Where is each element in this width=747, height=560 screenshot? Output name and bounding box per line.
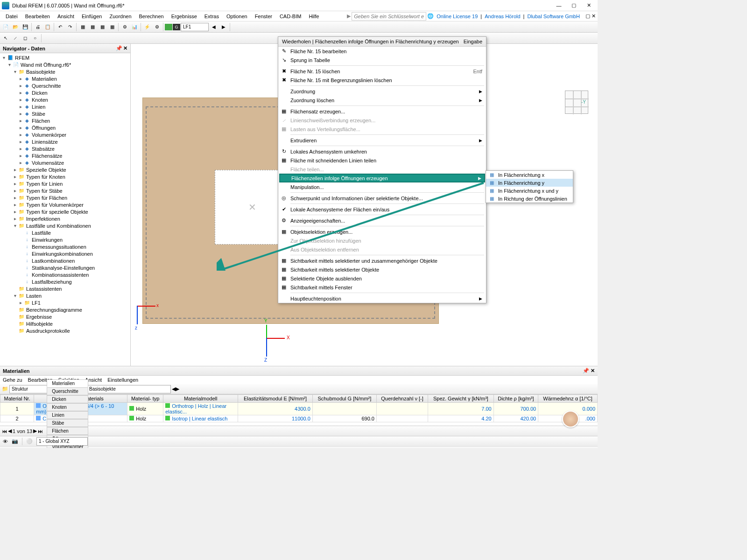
tb-next[interactable]: ▶	[219, 22, 228, 32]
minimize-button[interactable]: —	[552, 1, 566, 10]
tree-item[interactable]: ▸◆Flächensätze	[0, 152, 130, 159]
th-g[interactable]: Schubmodul G [N/mm²]	[312, 395, 376, 403]
tree-item[interactable]: ▸◆Öffnungen	[0, 124, 130, 131]
menu-ansicht[interactable]: Ansicht	[54, 13, 78, 20]
tree-item[interactable]: ▸◆Knoten	[0, 96, 130, 103]
table-row[interactable]: 2 C24 Holz Isotrop | Linear elastisch 11…	[0, 415, 598, 422]
mm-einst[interactable]: Einstellungen	[107, 377, 138, 383]
tree-item[interactable]: ▸◆Flächen	[0, 117, 130, 124]
submenu-item[interactable]: ▦In Flächenrichtung y	[486, 179, 573, 187]
tb-v1[interactable]: ▦	[78, 22, 87, 32]
submenu-item[interactable]: ▦In Richtung der Öffnungslinien	[486, 195, 573, 203]
context-menu[interactable]: Wiederholen | Flächenzellen infolge Öffn…	[278, 36, 486, 303]
menu-extras[interactable]: Extras	[201, 13, 223, 20]
mm-geheau[interactable]: Gehe zu	[3, 377, 22, 383]
coord-select[interactable]: 1 - Global XYZ	[36, 437, 88, 446]
license-label[interactable]: Online License 19	[437, 14, 478, 19]
ctx-item[interactable]: ✎Fläche Nr. 15 bearbeiten	[278, 47, 486, 56]
menu-hilfe[interactable]: Hilfe	[305, 13, 323, 20]
table-tab[interactable]: Linien	[47, 411, 88, 419]
th-nr[interactable]: Material Nr.	[0, 395, 34, 403]
eye-icon[interactable]: 👁	[3, 439, 8, 444]
cam-icon[interactable]: 📷	[12, 438, 18, 444]
tb2-1[interactable]: ↖	[1, 34, 10, 43]
table-row[interactable]: 1 OSB (EN 300), OSB/4 (> 6 - 10 mm) Holz…	[0, 403, 598, 415]
tree-basis[interactable]: Basisobjekte	[26, 69, 55, 75]
tree-item[interactable]: 📁Ergebnisse	[0, 313, 130, 320]
ctx-item[interactable]: ▦Sichtbarkeit mittels selektierter und z…	[278, 256, 486, 265]
ctx-item[interactable]: ↻Lokales Achsensystem umkehren	[278, 147, 486, 156]
ctx-item[interactable]: ▦Sichtbarkeit mittels Fenster	[278, 283, 486, 292]
assistant-avatar[interactable]	[562, 411, 579, 427]
tree-item[interactable]: ▸📁Typen für Volumenkörper	[0, 201, 130, 208]
table-tab[interactable]: Flächen	[47, 427, 88, 435]
tree-item[interactable]: ▸📁Typen für Linien	[0, 180, 130, 187]
tree-item[interactable]: ▸◆Volumenkörper	[0, 131, 130, 138]
tb-new[interactable]: 📄	[1, 22, 10, 32]
tree-item[interactable]: ↓Lastfälle	[0, 229, 130, 236]
tb-save[interactable]: 💾	[21, 22, 30, 32]
ctx-item[interactable]: ▦Fläche mit schneidenden Linien teilen	[278, 156, 486, 165]
th-e[interactable]: Elastizitätsmodul E [N/mm²]	[238, 395, 313, 403]
tree-item[interactable]: ▸◆Stabsätze	[0, 145, 130, 152]
tree-lf1[interactable]: LF1	[32, 300, 41, 306]
ctx-item[interactable]: ↘Sprung in Tabelle	[278, 56, 486, 64]
ctx-item[interactable]: Zuordnung▶	[278, 87, 486, 96]
table-tab[interactable]: Dicken	[47, 395, 88, 403]
ctx-item[interactable]: ⚙Anzeigeeigenschaften...	[278, 216, 486, 225]
tree-item[interactable]: ▸◆Liniensätze	[0, 138, 130, 145]
tb-prev[interactable]: ◀	[209, 22, 218, 32]
ctx-item[interactable]: ✖Fläche Nr. 15 löschenEntf	[278, 67, 486, 76]
tree-item[interactable]: ▸◆Querschnitte	[0, 82, 130, 89]
tb-redo[interactable]: ↷	[65, 22, 75, 32]
table-tab[interactable]: Stäbe	[47, 419, 88, 427]
ctx-item[interactable]: Extrudieren▶	[278, 136, 486, 145]
tb2-2[interactable]: ⟋	[11, 34, 20, 43]
ctx-item[interactable]: ◎Schwerpunkt und Informationen über sele…	[278, 194, 486, 203]
tb2-4[interactable]: ○	[30, 34, 40, 43]
tb-g[interactable]: ⚡	[142, 22, 152, 32]
th-rho[interactable]: Dichte ρ [kg/m³]	[493, 395, 538, 403]
tree-item[interactable]: ▸◆Stäbe	[0, 110, 130, 117]
tb-v4[interactable]: ▦	[107, 22, 117, 32]
ctx-item[interactable]: Flächenzellen infolge Öffnungen erzeugen…	[279, 174, 485, 182]
submenu-item[interactable]: ▦In Flächenrichtung x und y	[486, 187, 573, 195]
th-typ[interactable]: Material- typ	[127, 395, 163, 403]
maximize-button[interactable]: ▢	[567, 1, 581, 10]
tree-item[interactable]: ↓Statikanalyse-Einstellungen	[0, 264, 130, 271]
menu-ergebnisse[interactable]: Ergebnisse	[168, 13, 201, 20]
loadcase-select[interactable]: LF1	[181, 23, 209, 31]
menu-bearbeiten[interactable]: Bearbeiten	[21, 13, 54, 20]
ctx-item[interactable]: ▦Flächensatz erzeugen...	[278, 107, 486, 116]
tree-item[interactable]: ↓Bemessungssituationen	[0, 243, 130, 250]
tree-item[interactable]: ▸◆Volumensätze	[0, 159, 130, 166]
tree-item[interactable]: ▸📁Spezielle Objekte	[0, 166, 130, 173]
menu-datei[interactable]: Datei	[2, 13, 21, 20]
panel-close-icon[interactable]: ✕	[591, 368, 595, 373]
tree-item[interactable]: ↓Einwirkungen	[0, 236, 130, 243]
ctx-item[interactable]: ▦Selektierte Objekte ausblenden	[278, 274, 486, 283]
tb-calc[interactable]: ⚙	[120, 22, 129, 32]
tree-item[interactable]: ↓Lastfallbeziehung	[0, 278, 130, 285]
tree-item[interactable]: ▸📁Imperfektionen	[0, 215, 130, 222]
tb-open[interactable]: 📂	[11, 22, 20, 32]
tree-model[interactable]: Wand mit Öffnung.rf6*	[21, 62, 71, 68]
ctx-item[interactable]: ✔Lokale Achsensysteme der Flächen ein/au…	[278, 205, 486, 214]
panel-pin-icon[interactable]: 📌	[583, 368, 589, 373]
th-modell[interactable]: Materialmodell	[163, 395, 238, 403]
submenu-item[interactable]: ▦In Flächenrichtung x	[486, 171, 573, 179]
keyword-search[interactable]	[352, 12, 426, 21]
th-gamma[interactable]: Spez. Gewicht γ [kN/m³]	[428, 395, 494, 403]
submenu[interactable]: ▦In Flächenrichtung x▦In Flächenrichtung…	[486, 170, 573, 203]
tree-item[interactable]: ▸📁Typen für spezielle Objekte	[0, 208, 130, 215]
tb-v2[interactable]: ▦	[88, 22, 97, 32]
menu-optionen[interactable]: Optionen	[223, 13, 251, 20]
tree-item[interactable]: ▸◆Linien	[0, 103, 130, 110]
menu-einfuegen[interactable]: Einfügen	[78, 13, 106, 20]
company-label[interactable]: Dlubal Software GmbH	[527, 14, 580, 19]
menu-zuordnen[interactable]: Zuordnen	[106, 13, 135, 20]
tb-undo[interactable]: ↶	[56, 22, 65, 32]
table-tab[interactable]: Knoten	[47, 403, 88, 411]
table-tab[interactable]: Materialien	[47, 379, 88, 387]
tb-v3[interactable]: ▦	[98, 22, 107, 32]
